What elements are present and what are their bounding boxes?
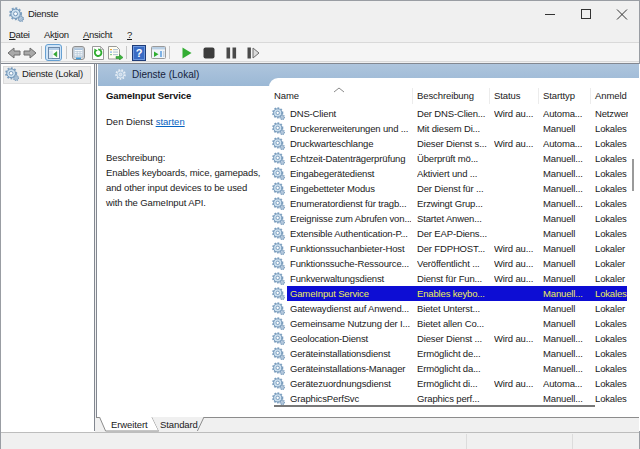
svg-text:Standard: Standard	[160, 419, 198, 430]
svg-text:Erweitert: Erweitert	[111, 419, 148, 430]
svg-text:?: ?	[136, 47, 143, 59]
